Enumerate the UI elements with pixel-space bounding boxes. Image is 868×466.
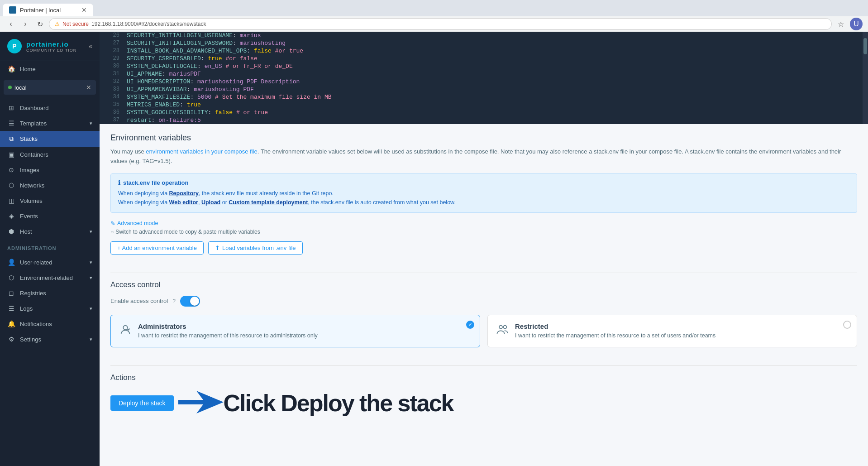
sidebar-collapse-button[interactable]: « xyxy=(89,43,92,50)
restricted-radio[interactable] xyxy=(843,321,851,329)
address-bar[interactable]: ⚠ Not secure 192.168.1.18:9000/#!/2/dock… xyxy=(49,18,832,30)
settings-chevron-icon: ▾ xyxy=(90,336,92,342)
administrators-icon xyxy=(119,323,132,339)
networks-icon: ⬡ xyxy=(7,182,15,189)
restricted-card-title: Restricted xyxy=(515,322,715,330)
repository-link[interactable]: Repository xyxy=(169,190,199,197)
portainer-logo: portainer.io Community Edition xyxy=(26,40,76,53)
env-buttons-row: + Add an environment variable ⬆ Load var… xyxy=(110,241,857,255)
enable-access-toggle[interactable] xyxy=(180,296,200,307)
actions-divider xyxy=(110,365,857,366)
web-editor-link[interactable]: Web editor xyxy=(169,199,198,206)
settings-icon: ⚙ xyxy=(7,336,15,343)
sidebar: P portainer.io Community Edition « 🏠 Hom… xyxy=(0,32,100,466)
custom-template-link[interactable]: Custom template deployment xyxy=(229,199,308,206)
add-env-variable-button[interactable]: + Add an environment variable xyxy=(110,241,204,255)
tab-label: Portainer | local xyxy=(20,7,61,14)
sidebar-env: local ✕ xyxy=(4,80,96,95)
portainer-logo-main: portainer.io xyxy=(26,40,76,48)
sidebar-item-networks[interactable]: ⬡ Networks xyxy=(0,178,100,193)
home-label: Home xyxy=(20,66,36,72)
sidebar-item-images[interactable]: ⊙ Images xyxy=(0,162,100,178)
deploy-stack-button[interactable]: Deploy the stack xyxy=(110,395,174,411)
sidebar-admin-section: 👤 User-related ▾ ⬡ Environment-related ▾… xyxy=(0,253,100,349)
bookmark-button[interactable]: ☆ xyxy=(835,19,846,29)
env-variables-section: Environment variables You may use enviro… xyxy=(100,124,868,273)
arrow-annotation xyxy=(178,389,224,418)
reload-button[interactable]: ↻ xyxy=(34,19,45,29)
access-control-section: Access control Enable access control ? xyxy=(100,280,868,366)
svg-point-0 xyxy=(123,325,127,329)
sidebar-item-settings[interactable]: ⚙ Settings ▾ xyxy=(0,331,100,347)
sidebar-item-templates[interactable]: ☰ Templates ▾ xyxy=(0,115,100,131)
administrators-card-desc: I want to restrict the management of thi… xyxy=(138,332,318,340)
sidebar-item-user-related[interactable]: 👤 User-related ▾ xyxy=(0,255,100,270)
sidebar-item-containers[interactable]: ▣ Containers xyxy=(0,147,100,162)
sidebar-item-notifications[interactable]: 🔔 Notifications xyxy=(0,316,100,331)
admin-section-title: Administration xyxy=(0,241,100,253)
tab-close-button[interactable]: ✕ xyxy=(81,6,87,14)
sidebar-item-dashboard[interactable]: ⊞ Dashboard xyxy=(0,100,100,115)
compose-file-link[interactable]: environment variables in your compose fi… xyxy=(146,148,257,155)
registries-icon: ◻ xyxy=(7,289,15,297)
code-line-32: 32 UI_HOMEDESCRIPTION: mariushosting PDF… xyxy=(100,78,868,86)
enable-access-control-row: Enable access control ? xyxy=(110,296,857,307)
restricted-icon xyxy=(496,323,509,339)
sidebar-item-environment-related[interactable]: ⬡ Environment-related ▾ xyxy=(0,270,100,285)
administrators-radio[interactable] xyxy=(466,321,474,329)
sidebar-item-events[interactable]: ◈ Events xyxy=(0,208,100,224)
load-env-variables-button[interactable]: ⬆ Load variables from .env file xyxy=(208,241,303,255)
code-line-30: 30 SYSTEM_DEFAULTLOCALE: en_US # or fr_F… xyxy=(100,62,868,70)
portainer-logo-sub: Community Edition xyxy=(26,48,76,53)
sidebar-item-stacks[interactable]: ⧉ Stacks xyxy=(0,131,100,147)
advanced-mode-section: ✎ Advanced mode ○ Switch to advanced mod… xyxy=(110,220,857,235)
svg-marker-3 xyxy=(178,391,224,413)
browser-tab[interactable]: Portainer | local ✕ xyxy=(3,4,93,16)
sidebar-item-registries[interactable]: ◻ Registries xyxy=(0,285,100,301)
sidebar-item-logs[interactable]: ☰ Logs ▾ xyxy=(0,301,100,316)
deploy-row: Deploy the stack Click Deploy the stack xyxy=(110,389,857,418)
sidebar-item-host[interactable]: ⬢ Host ▾ xyxy=(0,224,100,239)
stacks-icon: ⧉ xyxy=(7,135,15,143)
containers-icon: ▣ xyxy=(7,151,15,158)
sidebar-item-volumes[interactable]: ◫ Volumes xyxy=(0,193,100,208)
code-editor: 26 SECURITY_INITIALLOGIN_USERNAME: mariu… xyxy=(100,32,868,124)
administrators-card-content: Administrators I want to restrict the ma… xyxy=(138,322,318,340)
host-icon: ⬢ xyxy=(7,228,15,235)
back-button[interactable]: ‹ xyxy=(5,19,16,29)
url-text: 192.168.1.18:9000/#!/2/docker/stacks/new… xyxy=(91,21,206,27)
advanced-mode-link[interactable]: ✎ Advanced mode xyxy=(110,220,857,227)
edit-icon: ✎ xyxy=(110,220,115,227)
enable-access-label: Enable access control xyxy=(110,298,168,304)
env-variables-desc: You may use environment variables in you… xyxy=(110,147,857,166)
upload-icon: ⬆ xyxy=(215,245,220,251)
restricted-card[interactable]: Restricted I want to restrict the manage… xyxy=(487,315,857,348)
svg-point-1 xyxy=(499,325,502,328)
code-line-31: 31 UI_APPNAME: mariusPDF xyxy=(100,70,868,78)
actions-title: Actions xyxy=(110,373,857,382)
click-arrow-icon xyxy=(178,389,224,416)
env-close-button[interactable]: ✕ xyxy=(86,84,91,91)
hint-icon: ○ xyxy=(110,229,114,235)
vertical-scrollbar[interactable] xyxy=(863,32,868,124)
profile-button[interactable]: U xyxy=(850,18,863,30)
security-label: Not secure xyxy=(62,21,89,27)
code-line-35: 35 METRICS_ENABLED: true xyxy=(100,101,868,109)
forward-button[interactable]: › xyxy=(20,19,31,29)
browser-tabs: Portainer | local ✕ xyxy=(0,0,868,16)
section-divider xyxy=(110,273,857,273)
sidebar-item-home[interactable]: 🏠 Home xyxy=(0,61,100,77)
user-related-chevron-icon: ▾ xyxy=(90,259,92,265)
administrators-card[interactable]: Administrators I want to restrict the ma… xyxy=(110,315,480,348)
administrators-card-title: Administrators xyxy=(138,322,318,330)
favicon-icon xyxy=(9,6,16,14)
volumes-icon: ◫ xyxy=(7,197,15,204)
code-line-36: 36 SYSTEM_GOOGLEVISIBILITY: false # or t… xyxy=(100,109,868,116)
home-icon: 🏠 xyxy=(7,65,15,72)
upload-link[interactable]: Upload xyxy=(201,199,220,206)
restricted-card-desc: I want to restrict the management of thi… xyxy=(515,332,715,340)
scrollbar-thumb xyxy=(863,38,867,54)
info-icon: ℹ xyxy=(118,179,120,186)
access-cards-container: Administrators I want to restrict the ma… xyxy=(110,315,857,348)
toggle-knob xyxy=(190,297,199,306)
